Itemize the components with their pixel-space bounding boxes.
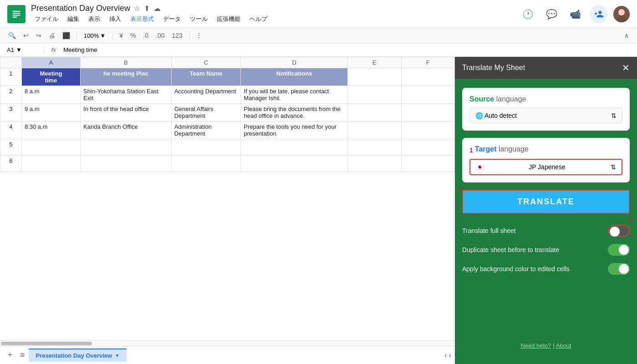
- move-icon[interactable]: ⬆: [144, 4, 150, 13]
- undo-button[interactable]: ↩: [20, 30, 31, 41]
- translate-button[interactable]: TRANSLATE: [462, 190, 630, 214]
- cell-b1[interactable]: he meeting Plac: [81, 68, 172, 86]
- cell-d2[interactable]: If you will be late, please contact Mana…: [241, 86, 348, 104]
- col-header-c[interactable]: C: [171, 57, 241, 68]
- cell-a5[interactable]: [21, 139, 80, 156]
- col-header-f[interactable]: F: [401, 57, 454, 68]
- menu-insert[interactable]: 挿入: [106, 14, 125, 24]
- menu-view[interactable]: 表示: [85, 14, 104, 24]
- redo-button[interactable]: ↪: [33, 30, 44, 41]
- paint-format-button[interactable]: ⬛: [60, 30, 73, 41]
- percent-button[interactable]: %: [127, 30, 138, 41]
- col-header-e[interactable]: E: [348, 57, 401, 68]
- menu-extensions[interactable]: 拡張機能: [213, 14, 244, 24]
- cell-b2[interactable]: Shin-Yokohama Station East Exit: [81, 86, 172, 104]
- cell-a4[interactable]: 8:30 a.m: [21, 121, 80, 139]
- col-header-b[interactable]: B: [81, 57, 172, 68]
- more-options-button[interactable]: ⋮: [193, 30, 205, 41]
- cell-c2[interactable]: Accounting Department: [171, 86, 241, 104]
- cell-c3[interactable]: General Affairs Department: [171, 104, 241, 121]
- toggle-full-sheet[interactable]: [608, 225, 630, 237]
- cell-f6[interactable]: [401, 156, 454, 172]
- menu-file[interactable]: ファイル: [31, 14, 62, 24]
- sheet-menu-button[interactable]: ≡: [20, 350, 25, 360]
- col-header-a[interactable]: A: [21, 57, 80, 68]
- table-row: 5: [0, 139, 455, 156]
- decimal-decrease-button[interactable]: .0: [140, 30, 151, 41]
- cell-d4[interactable]: Prepare the tools you need for your pres…: [241, 121, 348, 139]
- cell-e5[interactable]: [348, 139, 401, 156]
- collapse-toolbar-button[interactable]: ∧: [622, 30, 632, 41]
- sheet-tab-active[interactable]: Presentation Day Overview ▼: [29, 349, 127, 362]
- cell-a2[interactable]: 8 a.m: [21, 86, 80, 104]
- cell-c1[interactable]: Team Name: [171, 68, 241, 86]
- cell-e6[interactable]: [348, 156, 401, 172]
- toggle-row-2: Duplicate sheet before to translate: [462, 244, 630, 256]
- star-icon[interactable]: ☆: [134, 4, 140, 13]
- col-header-d[interactable]: D: [241, 57, 348, 68]
- cell-b3[interactable]: In front of the head office: [81, 104, 172, 121]
- auto-detect-selector[interactable]: 🌐 Auto detect ⇅: [469, 108, 622, 123]
- cell-a6[interactable]: [21, 156, 80, 172]
- cell-reference[interactable]: A1 ▼: [4, 45, 40, 55]
- cell-c4[interactable]: Administration Department: [171, 121, 241, 139]
- cell-c5[interactable]: [171, 139, 241, 156]
- panel-close-button[interactable]: ✕: [622, 62, 630, 73]
- toggle-duplicate-sheet[interactable]: [608, 244, 630, 256]
- horizontal-scrollbar[interactable]: [0, 340, 455, 346]
- formula-input[interactable]: [63, 46, 633, 53]
- help-link[interactable]: Need help?: [520, 342, 551, 349]
- menu-bar: ファイル 編集 表示 挿入 表示形式 データ ツール 拡張機能 ヘルプ: [31, 14, 271, 24]
- search-button[interactable]: 🔍: [5, 30, 19, 41]
- target-lang-selector[interactable]: 🇯🇵 JP Japenese ⇅: [469, 159, 622, 175]
- user-avatar[interactable]: [613, 6, 630, 22]
- toggle-bg-color[interactable]: [608, 263, 630, 275]
- menu-data[interactable]: データ: [159, 14, 184, 24]
- cell-d6[interactable]: [241, 156, 348, 172]
- nav-next-button[interactable]: ›: [449, 351, 451, 359]
- cell-f4[interactable]: [401, 121, 454, 139]
- cell-b6[interactable]: [81, 156, 172, 172]
- history-button[interactable]: 🕐: [519, 5, 537, 23]
- zoom-selector[interactable]: 100% ▼: [81, 31, 109, 40]
- scrollbar-thumb[interactable]: [1, 342, 92, 345]
- cell-b4[interactable]: Kanda Branch Office: [81, 121, 172, 139]
- svg-rect-0: [10, 8, 23, 20]
- menu-help[interactable]: ヘルプ: [246, 14, 271, 24]
- cell-d5[interactable]: [241, 139, 348, 156]
- video-button[interactable]: 📹: [566, 5, 584, 23]
- currency-button[interactable]: ¥: [117, 30, 126, 41]
- cell-f5[interactable]: [401, 139, 454, 156]
- cell-e2[interactable]: [348, 86, 401, 104]
- cell-e4[interactable]: [348, 121, 401, 139]
- toggle-red-number-2: 2: [628, 216, 632, 223]
- add-sheet-button[interactable]: +: [4, 349, 16, 362]
- cell-e1[interactable]: [348, 68, 401, 86]
- cell-f3[interactable]: [401, 104, 454, 121]
- add-people-button[interactable]: [590, 5, 608, 23]
- cell-ref-value: A1: [7, 46, 14, 53]
- cell-d3[interactable]: Please bring the documents from the head…: [241, 104, 348, 121]
- menu-tools[interactable]: ツール: [186, 14, 211, 24]
- decimal-increase-button[interactable]: .00: [153, 30, 167, 41]
- cell-f1[interactable]: [401, 68, 454, 86]
- nav-prev-button[interactable]: ‹: [444, 351, 447, 359]
- cell-a3[interactable]: 9 a.m: [21, 104, 80, 121]
- help-links: Need help? | About: [462, 336, 630, 355]
- cell-b5[interactable]: [81, 139, 172, 156]
- app-icon: [7, 5, 25, 23]
- cell-ref-arrow: ▼: [16, 46, 22, 53]
- menu-format[interactable]: 表示形式: [127, 14, 158, 24]
- chat-button[interactable]: 💬: [542, 5, 561, 23]
- translate-red-number: 3: [459, 186, 462, 193]
- cell-e3[interactable]: [348, 104, 401, 121]
- cloud-icon[interactable]: ☁: [153, 4, 161, 13]
- about-link[interactable]: About: [556, 342, 571, 349]
- print-button[interactable]: 🖨: [46, 30, 58, 41]
- cell-a1[interactable]: Meetingtime: [21, 68, 80, 86]
- cell-d1[interactable]: Notifications: [241, 68, 348, 86]
- format-123-button[interactable]: 123: [169, 30, 185, 41]
- cell-c6[interactable]: [171, 156, 241, 172]
- cell-f2[interactable]: [401, 86, 454, 104]
- menu-edit[interactable]: 編集: [64, 14, 83, 24]
